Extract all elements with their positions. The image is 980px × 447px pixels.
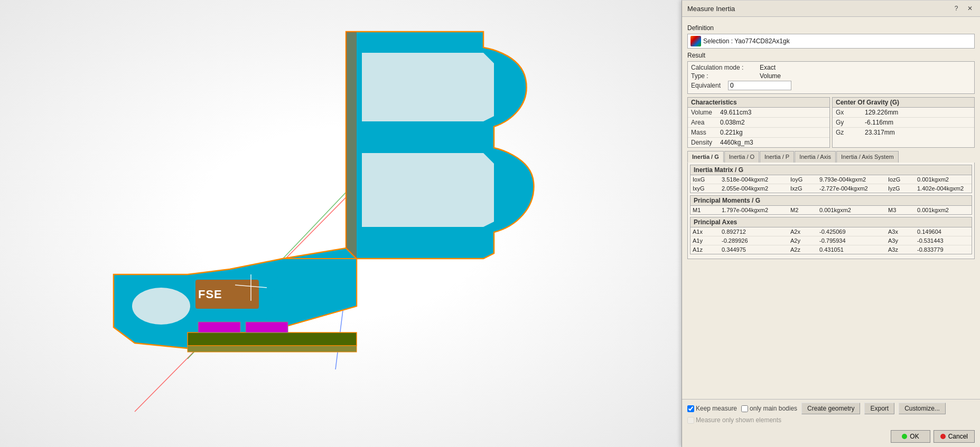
create-geometry-button[interactable]: Create geometry	[801, 403, 860, 414]
im-val-ixyg: 2.055e-004kgxm2	[722, 185, 790, 192]
definition-icon	[690, 36, 701, 46]
principal-axes-row-2: A1z 0.344975 A2z 0.431051 A3z -0.833779	[690, 245, 972, 254]
cancel-red-dot	[940, 434, 946, 439]
ok-button[interactable]: OK	[891, 430, 930, 443]
im-val-ixzg: -2.727e-004kgxm2	[819, 185, 888, 192]
pa-key-a2y: A2y	[790, 237, 819, 244]
3d-shape-svg: FSE	[0, 0, 682, 447]
svg-rect-11	[188, 346, 357, 352]
pa-key-a3z: A3z	[888, 246, 917, 253]
inertia-matrix-row-1: IxyG 2.055e-004kgxm2 IxzG -2.727e-004kgx…	[690, 184, 972, 193]
im-key-iozg: IozG	[888, 176, 917, 183]
definition-row: Selection : Yao774CD82Ax1gk	[687, 34, 975, 49]
pa-val-a1x: 0.892712	[722, 229, 790, 235]
characteristics-header: Characteristics	[688, 98, 829, 108]
im-val-iozg: 0.001kgxm2	[917, 176, 980, 183]
principal-moments-section: Principal Moments / G M1 1.797e-004kgxm2…	[690, 195, 972, 215]
close-button[interactable]: ✕	[965, 4, 975, 13]
only-main-bodies-checkbox[interactable]	[741, 405, 748, 412]
im-val-iyzg: 1.402e-004kgxm2	[917, 185, 980, 192]
principal-axes-row-1: A1y -0.289926 A2y -0.795934 A3y -0.53144…	[690, 236, 972, 245]
pa-val-a2y: -0.795934	[819, 237, 888, 244]
principal-axes-row-0: A1x 0.892712 A2x -0.425069 A3x 0.149604	[690, 227, 972, 236]
type-value: Volume	[760, 72, 781, 80]
tab-content: Inertia Matrix / G IoxG 3.518e-004kgxm2 …	[687, 163, 975, 259]
pm-key-m1: M1	[693, 207, 722, 213]
tab-inertia-axis-system[interactable]: Inertia / Axis System	[836, 151, 899, 163]
definition-label: Definition	[687, 24, 975, 32]
im-val-ioxg: 3.518e-004kgxm2	[722, 176, 790, 183]
customize-button[interactable]: Customize...	[899, 403, 946, 414]
tab-inertia-axis[interactable]: Inertia / Axis	[795, 151, 836, 163]
viewport: FSE	[0, 0, 682, 447]
svg-text:FSE: FSE	[198, 288, 222, 301]
inertia-matrix-section: Inertia Matrix / G IoxG 3.518e-004kgxm2 …	[690, 165, 972, 193]
char-row-volume: Volume 49.611cm3	[688, 108, 829, 118]
pm-val-m2: 0.001kgxm2	[819, 207, 888, 213]
measure-only-shown-checkbox[interactable]	[687, 417, 694, 424]
svg-rect-9	[198, 322, 240, 332]
cog-key-gy: Gy	[836, 119, 865, 126]
svg-rect-8	[188, 332, 357, 346]
characteristics-box: Characteristics Volume 49.611cm3 Area 0.…	[687, 97, 830, 148]
keep-measure-label[interactable]: Keep measure	[687, 405, 737, 412]
pa-key-a3x: A3x	[888, 229, 917, 235]
cog-box: Center Of Gravity (G) Gx 129.226mm Gy -6…	[832, 97, 975, 148]
measure-inertia-dialog: Measure Inertia ? ✕ Definition Selection…	[682, 0, 980, 447]
pa-val-a2z: 0.431051	[819, 246, 888, 253]
im-key-ixzg: IxzG	[790, 185, 819, 192]
dialog-titlebar: Measure Inertia ? ✕	[682, 1, 980, 17]
char-val-area: 0.038m2	[720, 119, 745, 126]
cancel-button[interactable]: Cancel	[934, 430, 975, 443]
pa-val-a3x: 0.149604	[917, 229, 980, 235]
inertia-matrix-row-0: IoxG 3.518e-004kgxm2 IoyG 9.793e-004kgxm…	[690, 175, 972, 184]
pa-key-a2x: A2x	[790, 229, 819, 235]
equivalent-input[interactable]	[728, 81, 791, 90]
pm-val-m1: 1.797e-004kgxm2	[722, 207, 790, 213]
cog-key-gz: Gz	[836, 129, 865, 136]
help-button[interactable]: ?	[951, 4, 961, 13]
keep-measure-text: Keep measure	[696, 405, 737, 412]
principal-moments-header: Principal Moments / G	[690, 196, 972, 206]
char-val-density: 4460kg_m3	[720, 139, 753, 146]
im-key-ioxg: IoxG	[693, 176, 722, 183]
char-row-density: Density 4460kg_m3	[688, 138, 829, 147]
type-row: Type : Volume	[691, 72, 971, 80]
calc-mode-value: Exact	[760, 64, 776, 71]
cancel-label: Cancel	[948, 433, 968, 440]
only-main-bodies-label[interactable]: only main bodies	[741, 405, 797, 412]
im-val-ioyg: 9.793e-004kgxm2	[819, 176, 888, 183]
pm-key-m3: M3	[888, 207, 917, 213]
keep-measure-checkbox[interactable]	[687, 405, 694, 412]
equivalent-row: Equivalent	[691, 81, 971, 90]
principal-axes-section: Principal Axes A1x 0.892712 A2x -0.42506…	[690, 217, 972, 254]
tab-inertia-p[interactable]: Inertia / P	[760, 151, 794, 163]
measure-only-shown-label[interactable]: Measure only shown elements	[687, 416, 781, 424]
principal-moments-row-0: M1 1.797e-004kgxm2 M2 0.001kgxm2 M3 0.00…	[690, 206, 972, 214]
pa-key-a2z: A2z	[790, 246, 819, 253]
pa-key-a1z: A1z	[693, 246, 722, 253]
equivalent-label: Equivalent	[691, 82, 728, 89]
pa-val-a1y: -0.289926	[722, 237, 790, 244]
im-key-ixyg: IxyG	[693, 185, 722, 192]
tab-inertia-g[interactable]: Inertia / G	[687, 151, 724, 163]
pa-val-a3z: -0.833779	[917, 246, 980, 253]
inertia-matrix-header: Inertia Matrix / G	[690, 165, 972, 175]
selection-text: Selection : Yao774CD82Ax1gk	[703, 37, 790, 45]
cog-val-gz: 23.317mm	[865, 129, 895, 136]
svg-point-5	[132, 288, 190, 325]
ok-cancel-row: OK Cancel	[682, 427, 980, 447]
export-button[interactable]: Export	[864, 403, 894, 414]
tab-inertia-o[interactable]: Inertia / O	[724, 151, 759, 163]
char-key-area: Area	[691, 119, 720, 126]
im-key-ioyg: IoyG	[790, 176, 819, 183]
viewport-background: FSE	[0, 0, 682, 447]
pm-val-m3: 0.001kgxm2	[917, 207, 980, 213]
type-label: Type :	[691, 72, 760, 80]
cog-val-gy: -6.116mm	[865, 119, 893, 126]
char-row-mass: Mass 0.221kg	[688, 128, 829, 138]
pa-key-a3y: A3y	[888, 237, 917, 244]
char-val-mass: 0.221kg	[720, 129, 743, 136]
tabs-row: Inertia / G Inertia / O Inertia / P Iner…	[687, 151, 975, 163]
principal-axes-header: Principal Axes	[690, 217, 972, 227]
